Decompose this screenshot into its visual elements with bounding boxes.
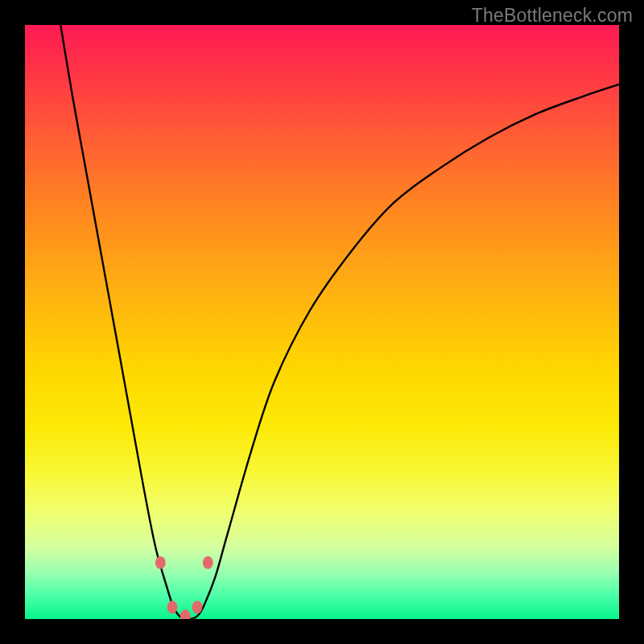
- bottleneck-curve: [60, 25, 619, 619]
- marker-group: [155, 556, 213, 619]
- curve-path: [60, 25, 619, 619]
- curve-marker: [180, 609, 191, 619]
- curve-layer: [25, 25, 619, 619]
- curve-marker: [192, 601, 203, 613]
- plot-area: [25, 25, 619, 619]
- curve-marker: [203, 556, 213, 569]
- watermark-label: TheBottleneck.com: [472, 5, 633, 27]
- curve-marker: [167, 601, 178, 613]
- chart-frame: TheBottleneck.com: [0, 0, 644, 644]
- curve-marker: [155, 556, 166, 569]
